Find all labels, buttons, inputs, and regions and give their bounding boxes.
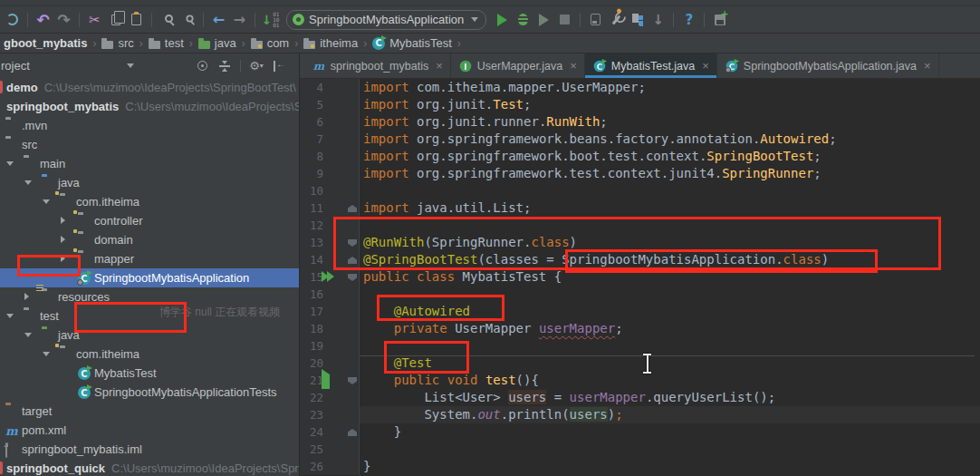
gutter[interactable]: 20 xyxy=(300,355,360,372)
fold-marker-up[interactable] xyxy=(348,429,357,436)
tree-item-controller[interactable]: controller xyxy=(0,211,299,230)
close-icon[interactable]: × xyxy=(702,59,709,73)
sync-icon[interactable] xyxy=(2,10,23,30)
gutter[interactable]: 8 xyxy=(300,148,360,165)
tree-item-com.itheima[interactable]: com.itheima xyxy=(0,345,299,364)
gutter[interactable]: 21 xyxy=(300,372,360,389)
locate-file-icon[interactable] xyxy=(195,59,209,73)
gutter[interactable]: 13 xyxy=(300,234,360,251)
cut-icon[interactable]: ✂ xyxy=(84,10,105,30)
tree-expand-closed-icon[interactable] xyxy=(61,236,65,243)
tree-expand-open-icon[interactable] xyxy=(6,314,14,318)
fold-marker-down[interactable] xyxy=(348,377,357,384)
tree-expand-open-icon[interactable] xyxy=(6,161,14,166)
tree-item-target[interactable]: target xyxy=(0,402,299,421)
run-icon[interactable] xyxy=(492,10,513,30)
debug-icon[interactable] xyxy=(513,10,533,30)
gutter[interactable]: 15 xyxy=(300,268,360,286)
breadcrumb-item-test[interactable]: test xyxy=(147,36,186,50)
tree-item-demo[interactable]: demoC:\Users\muzimoo\IdeaProjects\Spring… xyxy=(0,78,299,97)
back-icon[interactable]: ← xyxy=(208,10,229,30)
tree-item-springboot_quick[interactable]: springboot_quickC:\Users\muzimoo\IdeaPro… xyxy=(0,459,299,476)
breadcrumb-item-MybatisTest[interactable]: CMybatisTest xyxy=(370,36,454,50)
paste-icon[interactable] xyxy=(126,10,147,30)
profiler-icon[interactable] xyxy=(585,10,606,30)
gear-icon[interactable]: ⚙▾ xyxy=(249,59,264,73)
gutter[interactable]: 26 xyxy=(300,458,360,475)
tree-item-pom.xml[interactable]: mpom.xml xyxy=(0,421,299,440)
tree-item-SpringbootMybatisApplication[interactable]: CSpringbootMybatisApplication xyxy=(0,268,299,287)
tree-item-test[interactable]: test xyxy=(0,306,299,325)
gutter[interactable]: 24 xyxy=(300,423,360,441)
gutter[interactable]: 18 xyxy=(300,320,360,337)
gutter[interactable]: 9 xyxy=(300,165,360,182)
tree-item-SpringbootMybatisApplicationTests[interactable]: CSpringbootMybatisApplicationTests xyxy=(0,383,299,402)
replace-icon[interactable] xyxy=(178,10,198,30)
breadcrumb-item-gboot_mybatis[interactable]: gboot_mybatis xyxy=(2,36,89,50)
tree-item-.mvn[interactable]: .mvn xyxy=(0,116,299,135)
close-icon[interactable]: × xyxy=(924,59,931,73)
project-panel-title[interactable]: roject xyxy=(0,59,30,73)
tab-MybatisTest.java[interactable]: CMybatisTest.java× xyxy=(585,53,717,78)
gutter[interactable]: 12 xyxy=(300,217,360,234)
forward-icon[interactable]: → xyxy=(229,10,250,30)
gutter[interactable]: 19 xyxy=(300,337,360,355)
fold-marker-up[interactable] xyxy=(348,257,357,264)
collapse-all-icon[interactable] xyxy=(217,59,232,73)
tree-expand-closed-icon[interactable] xyxy=(61,255,65,262)
tab-SpringbootMybatisApplication.java[interactable]: CSpringbootMybatisApplication.java× xyxy=(717,53,939,78)
tree-item-java[interactable]: java xyxy=(0,325,299,345)
save-all-icon[interactable] xyxy=(709,10,730,30)
tree-item-java[interactable]: java xyxy=(0,173,299,192)
tree-item-main[interactable]: main xyxy=(0,154,299,173)
hide-panel-icon[interactable] xyxy=(272,59,286,73)
gutter[interactable]: 17 xyxy=(300,303,360,320)
tree-item-springboot_mybatis[interactable]: springboot_mybatisC:\Users\muzimoo\IdeaP… xyxy=(0,97,299,116)
breadcrumb-item-src[interactable]: src xyxy=(100,36,135,50)
settings-wrench-icon[interactable] xyxy=(606,10,627,30)
fold-marker-up[interactable] xyxy=(348,205,357,212)
gutter[interactable]: 23 xyxy=(300,406,360,423)
undo-icon[interactable]: ↶ xyxy=(33,10,53,30)
breadcrumb-item-com[interactable]: com xyxy=(249,36,292,50)
tab-UserMapper.java[interactable]: IUserMapper.java× xyxy=(451,53,585,78)
gutter[interactable]: 4 xyxy=(300,79,360,96)
gutter[interactable]: 25 xyxy=(300,441,360,458)
sort-lines-icon[interactable]: ↓011001 xyxy=(260,10,281,30)
tree-item-domain[interactable]: domain xyxy=(0,230,299,249)
tree-item-mapper[interactable]: mapper xyxy=(0,249,299,268)
tree-expand-open-icon[interactable] xyxy=(43,199,50,204)
gutter[interactable]: 11 xyxy=(300,199,360,217)
tree-item-resources[interactable]: resources xyxy=(0,287,299,306)
fold-marker-down[interactable] xyxy=(348,239,357,247)
fold-marker-down[interactable] xyxy=(348,274,357,281)
stop-icon[interactable] xyxy=(554,10,575,30)
redo-icon[interactable]: ↷ xyxy=(53,10,74,30)
search-icon[interactable] xyxy=(157,10,178,30)
gutter[interactable]: 10 xyxy=(300,182,360,199)
gutter[interactable]: 16 xyxy=(300,286,360,303)
run-configuration-combo[interactable]: SpringbootMybatisApplication xyxy=(286,10,486,30)
close-icon[interactable]: × xyxy=(436,59,443,73)
copy-icon[interactable] xyxy=(105,10,126,30)
gutter[interactable]: 7 xyxy=(300,131,360,148)
help-icon[interactable]: ? xyxy=(678,10,699,30)
tree-item-springboot_mybatis.iml[interactable]: springboot_mybatis.iml xyxy=(0,440,299,459)
deploy-icon[interactable]: ↓ xyxy=(648,10,668,30)
close-icon[interactable]: × xyxy=(570,59,577,73)
tree-expand-closed-icon[interactable] xyxy=(61,217,65,224)
gutter[interactable]: 14 xyxy=(300,251,360,268)
run-with-coverage-icon[interactable] xyxy=(533,10,554,30)
gutter[interactable]: 5 xyxy=(300,96,360,113)
tree-expand-open-icon[interactable] xyxy=(24,180,32,185)
tree-item-com.itheima[interactable]: com.itheima xyxy=(0,192,299,211)
tree-expand-closed-icon[interactable] xyxy=(24,293,29,300)
breadcrumb-item-itheima[interactable]: itheima xyxy=(302,36,360,50)
tree-expand-open-icon[interactable] xyxy=(43,352,50,356)
breadcrumb-item-java[interactable]: java xyxy=(197,36,238,50)
tree-expand-open-icon[interactable] xyxy=(24,333,32,337)
tree-item-src[interactable]: src xyxy=(0,135,299,154)
services-icon[interactable] xyxy=(627,10,648,30)
gutter[interactable]: 22 xyxy=(300,389,360,406)
chevron-down-icon[interactable] xyxy=(127,63,134,68)
